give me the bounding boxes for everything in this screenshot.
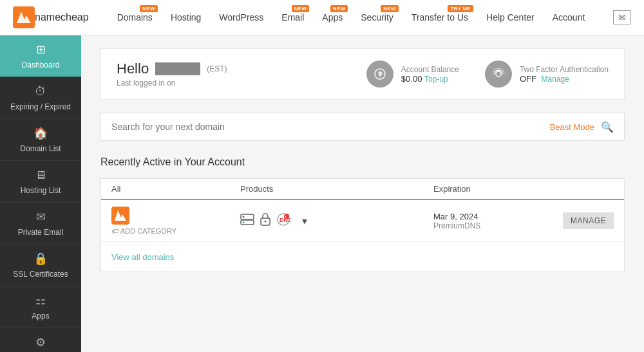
col-all: All: [111, 184, 240, 194]
email-badge: NEW: [292, 5, 310, 12]
two-factor-label: Two Factor Authentication: [520, 65, 609, 74]
recently-active-table: All Products Expiration 🏷 ADD CATEGORY: [100, 178, 625, 272]
table-row: 🏷 ADD CATEGORY: [101, 200, 624, 242]
private-email-icon: ✉: [36, 210, 46, 224]
profile-icon: ⚙: [35, 335, 46, 349]
svg-rect-3: [111, 207, 129, 225]
nav-item-helpcenter[interactable]: Help Center: [477, 0, 544, 35]
dashboard-icon: ⊞: [36, 42, 46, 57]
ssl-product-icon: [260, 213, 271, 229]
sidebar-item-hostinglist[interactable]: 🖥 Hosting List: [0, 161, 81, 203]
hello-greeting: Hello (EST): [117, 60, 227, 77]
top-navigation: namecheap NEW Domains Hosting WordPress …: [0, 0, 644, 35]
logo-area[interactable]: namecheap: [13, 6, 89, 28]
nav-item-apps[interactable]: NEW Apps: [313, 0, 352, 35]
nav-item-security[interactable]: NEW Security: [352, 0, 402, 35]
hello-section: Hello (EST) Last logged in on Account: [100, 48, 625, 100]
top-up-link[interactable]: Top-up: [424, 75, 448, 84]
expiration-product-label: PremiumDNS: [433, 221, 549, 230]
search-right: Beast Mode 🔍: [550, 121, 614, 133]
sidebar-item-domainlist[interactable]: 🏠 Domain List: [0, 119, 81, 161]
account-balance-block: Account Balance $0.00 Top-up: [366, 60, 459, 88]
search-bar: Beast Mode 🔍: [100, 113, 625, 141]
table-header: All Products Expiration: [101, 179, 624, 200]
svg-point-5: [243, 216, 245, 218]
username-box: [155, 62, 200, 75]
two-factor-text: Two Factor Authentication OFF Manage: [520, 65, 609, 84]
col-action: [549, 184, 614, 194]
action-col: MANAGE: [549, 212, 614, 229]
sidebar-item-dashboard-label: Dashboard: [22, 60, 60, 69]
expiration-col: Mar 9, 2024 PremiumDNS: [433, 212, 549, 230]
nav-right-area: ✉: [613, 10, 631, 24]
domain-col: 🏷 ADD CATEGORY: [111, 207, 240, 235]
svg-point-2: [496, 71, 501, 77]
nav-item-hosting[interactable]: Hosting: [162, 0, 210, 35]
domain-namecheap-icon: [111, 207, 129, 225]
svg-point-9: [265, 220, 267, 222]
balance-icon: [366, 60, 393, 88]
svg-text:!: !: [285, 215, 287, 219]
sidebar: ⊞ Dashboard ⏱ Expiring / Expired 🏠 Domai…: [0, 35, 81, 352]
nav-item-domains[interactable]: NEW Domains: [108, 0, 162, 35]
search-icon[interactable]: 🔍: [601, 121, 614, 133]
logo-text: namecheap: [35, 12, 89, 23]
sidebar-item-privateemail[interactable]: ✉ Private Email: [0, 203, 81, 245]
namecheap-logo-icon: [13, 6, 35, 28]
account-balance-text: Account Balance $0.00 Top-up: [401, 65, 459, 84]
last-logged-in-label: Last logged in on: [117, 79, 227, 88]
apps-sidebar-icon: ⚏: [35, 293, 46, 308]
security-badge: NEW: [381, 5, 399, 12]
view-all-domains-link[interactable]: View all domains: [111, 252, 174, 262]
tag-icon: 🏷: [111, 227, 118, 235]
col-products: Products: [240, 184, 433, 194]
nav-item-transfer[interactable]: TRY ME Transfer to Us: [402, 0, 477, 35]
sidebar-item-apps[interactable]: ⚏ Apps: [0, 286, 81, 328]
sidebar-item-sslcerts-label: SSL Certificates: [13, 270, 68, 279]
apps-badge: NEW: [330, 5, 348, 12]
search-input[interactable]: [111, 122, 550, 132]
col-expiration: Expiration: [433, 184, 549, 194]
sidebar-item-sslcerts[interactable]: 🔒 SSL Certificates: [0, 245, 81, 286]
nav-item-email[interactable]: NEW Email: [272, 0, 313, 35]
manage-button[interactable]: MANAGE: [563, 212, 614, 229]
expiration-date: Mar 9, 2024: [433, 212, 549, 221]
sidebar-item-expiring-label: Expiring / Expired: [10, 102, 71, 111]
nav-item-account[interactable]: Account: [544, 0, 594, 35]
view-all-link-container: View all domains: [101, 242, 624, 272]
beast-mode-link[interactable]: Beast Mode: [550, 122, 594, 132]
sidebar-item-dashboard[interactable]: ⊞ Dashboard: [0, 35, 81, 77]
sidebar-item-domainlist-label: Domain List: [20, 144, 61, 153]
nav-items-list: NEW Domains Hosting WordPress NEW Email …: [108, 0, 613, 35]
transfer-badge: TRY ME: [448, 5, 473, 12]
account-balance-value: $0.00 Top-up: [401, 74, 459, 84]
sidebar-item-profile[interactable]: ⚙ Profile: [0, 328, 81, 352]
two-factor-manage-link[interactable]: Manage: [542, 75, 569, 84]
two-factor-block: Two Factor Authentication OFF Manage: [485, 60, 609, 88]
main-layout: ⊞ Dashboard ⏱ Expiring / Expired 🏠 Domai…: [0, 35, 644, 352]
sidebar-item-apps-label: Apps: [32, 311, 49, 320]
add-category-btn[interactable]: 🏷 ADD CATEGORY: [111, 227, 240, 235]
dns-product-icon: DNS !: [276, 212, 290, 230]
clock-icon: ⏱: [35, 85, 46, 98]
hosting-product-icon: [240, 214, 254, 228]
account-balance-label: Account Balance: [401, 65, 459, 74]
hello-right: Account Balance $0.00 Top-up: [366, 60, 609, 88]
products-col: DNS ! ▾: [240, 212, 433, 230]
sidebar-item-expiring[interactable]: ⏱ Expiring / Expired: [0, 77, 81, 119]
svg-point-7: [243, 221, 245, 223]
two-factor-value: OFF Manage: [520, 74, 609, 84]
ssl-icon: 🔒: [33, 252, 48, 266]
domains-badge: NEW: [140, 5, 158, 12]
recently-active-title: Recently Active in Your Account: [100, 156, 625, 168]
fingerprint-icon: [485, 60, 512, 88]
domain-list-icon: 🏠: [33, 126, 48, 140]
svg-rect-0: [13, 6, 35, 28]
nav-item-wordpress[interactable]: WordPress: [210, 0, 272, 35]
sidebar-item-privateemail-label: Private Email: [18, 228, 64, 237]
row-expand-chevron[interactable]: ▾: [296, 215, 314, 227]
envelope-icon[interactable]: ✉: [613, 10, 631, 24]
main-content: Hello (EST) Last logged in on Account: [81, 35, 644, 352]
hello-left: Hello (EST) Last logged in on: [117, 60, 227, 88]
hosting-list-icon: 🖥: [35, 169, 46, 182]
